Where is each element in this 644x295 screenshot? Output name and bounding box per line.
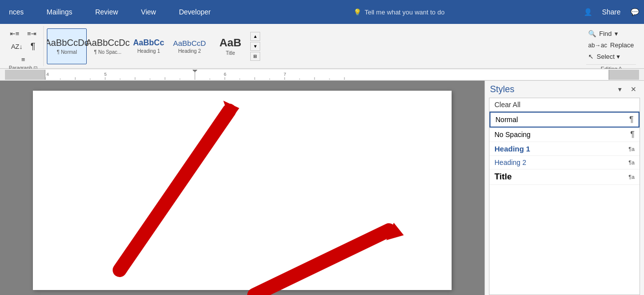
gallery-scroll-up[interactable]: ▲ bbox=[250, 32, 260, 41]
tab-view[interactable]: View bbox=[137, 6, 160, 18]
pilcrow-icon: ¶ bbox=[30, 41, 35, 52]
ruler-left-margin bbox=[5, 70, 45, 80]
styles-gallery-inner: AaBbCcDc ¶ Normal AaBbCcDc ¶ No Spac... … bbox=[47, 27, 250, 66]
tell-me-text: Tell me what you want to do bbox=[364, 8, 444, 16]
tab-review[interactable]: Review bbox=[91, 6, 122, 18]
styles-panel-header: Styles ▾ ✕ bbox=[485, 81, 644, 98]
indent-decrease-icon: ⇤≡ bbox=[10, 30, 19, 37]
style-list-title-icon: ¶a bbox=[629, 174, 635, 180]
tab-developer[interactable]: Developer bbox=[175, 6, 215, 18]
find-button[interactable]: 🔍 Find ▾ bbox=[586, 29, 636, 38]
ruler-ticks: 4 5 6 7 bbox=[45, 70, 609, 80]
style-title-preview: AaB bbox=[219, 36, 241, 49]
svg-text:4: 4 bbox=[46, 72, 49, 77]
style-list-heading2-icon: ¶a bbox=[629, 159, 635, 165]
gallery-expand[interactable]: ⊞ bbox=[250, 52, 260, 61]
gallery-scroll-controls: ▲ ▼ ⊞ bbox=[250, 32, 260, 61]
main-area: Styles ▾ ✕ Clear All Normal ¶ No Spacing… bbox=[0, 81, 644, 295]
document-area[interactable] bbox=[0, 81, 484, 295]
gallery-scroll-down[interactable]: ▼ bbox=[250, 42, 260, 51]
tab-mailings[interactable]: Mailings bbox=[43, 6, 76, 18]
replace-button[interactable]: ab→ac Replace bbox=[586, 40, 636, 50]
comment-icon[interactable]: 💬 bbox=[631, 8, 639, 16]
styles-list-normal[interactable]: Normal ¶ bbox=[489, 112, 640, 128]
style-list-heading1-icon: ¶a bbox=[629, 146, 635, 152]
ruler-white-area: 4 5 6 7 bbox=[45, 70, 609, 80]
editing-group: 🔍 Find ▾ ab→ac Replace ↖ Select ▾ Editin… bbox=[581, 26, 641, 66]
style-no-spacing-preview: AaBbCcDc bbox=[86, 38, 130, 48]
align-left-icon: ≡ bbox=[21, 56, 25, 63]
style-normal-preview: AaBbCcDc bbox=[47, 38, 89, 48]
style-list-normal-icon: ¶ bbox=[629, 115, 634, 124]
account-icon: 👤 bbox=[584, 8, 592, 16]
ribbon-tabs-bar: nces Mailings Review View Developer 💡 Te… bbox=[0, 0, 644, 24]
share-button[interactable]: Share bbox=[602, 8, 621, 16]
style-heading1-label: Heading 1 bbox=[137, 48, 160, 54]
style-normal-label: ¶ Normal bbox=[57, 49, 77, 55]
ruler-wrapper: 4 5 6 7 bbox=[5, 70, 639, 80]
paragraph-buttons-row1: ⇤≡ ≡⇥ bbox=[7, 28, 39, 39]
select-cursor-icon: ↖ bbox=[588, 53, 594, 60]
ruler-right-margin bbox=[609, 70, 639, 80]
document-page[interactable] bbox=[33, 91, 452, 290]
styles-panel-title: Styles bbox=[490, 84, 514, 95]
style-no-spacing-label: ¶ No Spac... bbox=[94, 49, 122, 55]
styles-gallery-group: AaBbCcDc ¶ Normal AaBbCcDc ¶ No Spac... … bbox=[44, 26, 581, 66]
style-normal[interactable]: AaBbCcDc ¶ Normal bbox=[47, 28, 87, 64]
panel-close-button[interactable]: ✕ bbox=[628, 84, 639, 95]
tab-references[interactable]: nces bbox=[5, 6, 28, 18]
style-list-no-spacing-name: No Spacing bbox=[494, 131, 630, 139]
paragraph-buttons-row2: AZ↓ ¶ bbox=[8, 39, 38, 54]
styles-list-no-spacing[interactable]: No Spacing ¶ bbox=[489, 128, 640, 142]
style-heading2[interactable]: AaBbCcD Heading 2 bbox=[169, 28, 209, 64]
replace-icon: ab→ac bbox=[588, 42, 607, 49]
sort-icon: AZ↓ bbox=[11, 43, 22, 50]
select-label: Select ▾ bbox=[597, 53, 620, 60]
clear-all-item[interactable]: Clear All bbox=[489, 98, 640, 112]
style-list-title-name: Title bbox=[494, 172, 629, 182]
find-dropdown-icon: ▾ bbox=[615, 30, 618, 37]
indent-increase-button[interactable]: ≡⇥ bbox=[24, 28, 40, 39]
align-left-button[interactable]: ≡ bbox=[18, 54, 28, 65]
sort-button[interactable]: AZ↓ bbox=[8, 41, 25, 52]
style-heading2-label: Heading 2 bbox=[178, 48, 201, 54]
search-icon: 🔍 bbox=[588, 30, 596, 37]
svg-text:5: 5 bbox=[104, 72, 107, 77]
style-list-heading2-name: Heading 2 bbox=[494, 158, 629, 166]
ruler: 4 5 6 7 bbox=[0, 69, 644, 81]
show-formatting-button[interactable]: ¶ bbox=[27, 39, 38, 54]
style-title-label: Title bbox=[226, 50, 235, 56]
style-list-no-spacing-icon: ¶ bbox=[630, 130, 635, 139]
ribbon-content: ⇤≡ ≡⇥ AZ↓ ¶ ≡ Paragraph ⊡ A bbox=[0, 24, 644, 69]
svg-text:7: 7 bbox=[284, 72, 286, 77]
svg-text:6: 6 bbox=[224, 72, 226, 77]
styles-list-heading2[interactable]: Heading 2 ¶a bbox=[489, 156, 640, 169]
style-heading2-preview: AaBbCcD bbox=[173, 39, 206, 47]
styles-panel-controls: ▾ ✕ bbox=[614, 84, 639, 95]
style-title[interactable]: AaB Title bbox=[210, 28, 250, 64]
styles-panel: Styles ▾ ✕ Clear All Normal ¶ No Spacing… bbox=[484, 81, 644, 295]
styles-list: Clear All Normal ¶ No Spacing ¶ Heading … bbox=[489, 98, 640, 295]
panel-dropdown-button[interactable]: ▾ bbox=[614, 84, 625, 95]
select-button[interactable]: ↖ Select ▾ bbox=[586, 52, 636, 61]
ribbon-right-controls: 👤 Share 💬 bbox=[584, 8, 639, 16]
find-label: Find bbox=[599, 30, 612, 37]
indent-increase-icon: ≡⇥ bbox=[27, 30, 37, 37]
style-list-heading1-name: Heading 1 bbox=[494, 145, 629, 153]
style-heading1-preview: AaBbCc bbox=[133, 38, 164, 47]
style-no-spacing[interactable]: AaBbCcDc ¶ No Spac... bbox=[88, 28, 128, 64]
style-heading1[interactable]: AaBbCc Heading 1 bbox=[129, 28, 168, 64]
indent-decrease-button[interactable]: ⇤≡ bbox=[7, 28, 22, 39]
paragraph-group: ⇤≡ ≡⇥ AZ↓ ¶ ≡ Paragraph ⊡ bbox=[3, 26, 44, 66]
lightbulb-icon: 💡 bbox=[353, 8, 361, 16]
paragraph-buttons-row3: ≡ bbox=[18, 54, 28, 65]
tell-me-bar[interactable]: 💡 Tell me what you want to do bbox=[230, 8, 569, 16]
styles-list-title[interactable]: Title ¶a bbox=[489, 169, 640, 185]
style-list-normal-name: Normal bbox=[495, 116, 629, 124]
styles-list-heading1[interactable]: Heading 1 ¶a bbox=[489, 142, 640, 156]
replace-label: Replace bbox=[610, 41, 634, 49]
